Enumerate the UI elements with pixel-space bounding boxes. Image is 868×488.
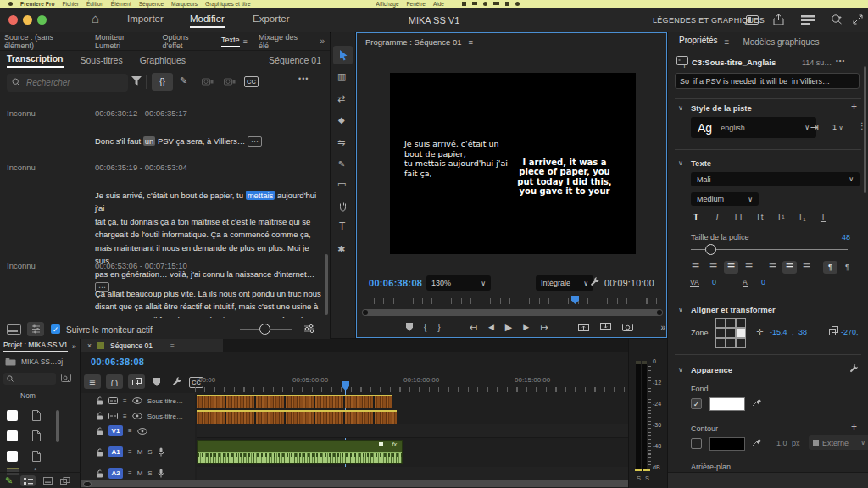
hand-tool[interactable] [338,202,348,212]
ripple-edit-tool[interactable]: ⇄ [337,93,345,104]
track-select-tool[interactable]: ▥ [337,71,346,82]
pause-indicators-button[interactable]: {} [152,73,173,91]
zoom-level-select[interactable]: 130%∨ [426,275,491,291]
caption-text-field[interactable] [675,73,860,89]
selection-tool[interactable] [333,46,353,64]
stroke-color-swatch[interactable] [709,437,745,451]
text-direction-icon[interactable]: ¶ [823,261,837,274]
track-number-select[interactable]: 1 ∨ [832,123,843,131]
segment-text[interactable]: Donc s'il faut un PSV ça sera, à Villier… [95,121,322,148]
collapse-transform-icon[interactable]: ∨ [678,306,683,313]
item-thumbnail[interactable] [7,410,18,421]
transcript-more-icon[interactable]: ••• [298,75,309,83]
collapse-text-icon[interactable]: ∨ [678,159,683,167]
track-target-a2[interactable]: A2 [108,468,123,479]
freeform-view-icon[interactable] [60,477,70,485]
menu-sequence[interactable]: Séquence [139,1,164,7]
more-buttons-icon[interactable]: » [660,323,665,332]
project-search-input[interactable] [16,374,53,384]
faux-bold-icon[interactable]: T [688,213,704,222]
zone-grid[interactable] [715,318,744,347]
pen-tool[interactable]: ✎ [338,159,345,169]
playback-quality-select[interactable]: Intégrale∨ [536,275,593,291]
stroke-width-value[interactable]: 1,0 [776,439,787,447]
toolbox-more-tool[interactable]: ✱ [337,244,345,255]
column-header-nom[interactable]: Nom [20,391,36,400]
slip-tool[interactable]: ⇋ [337,137,345,148]
collapse-appearance-icon[interactable]: ∨ [678,366,683,374]
quick-export-icon[interactable] [773,14,784,25]
stroke-eyedropper-icon[interactable] [752,436,762,446]
subtab-graphiques[interactable]: Graphiques [140,55,186,65]
program-title[interactable]: Programme : Séquence 01 [365,37,462,47]
menu-element[interactable]: Élément [111,1,131,7]
transform-section-label[interactable]: Aligner et transformer [691,305,776,314]
underline-icon[interactable]: T [815,213,831,222]
track-menu-icon[interactable]: ≡ [123,413,127,420]
all-caps-icon[interactable]: TT [731,213,746,222]
caption-track-1-name[interactable]: Sous-titre… [147,397,183,405]
menu-fichier[interactable]: Fichier [62,1,79,7]
caption-track-2-name[interactable]: Sous-titre… [147,413,183,420]
go-to-out-icon[interactable]: ↦ [540,322,548,333]
rotation-value[interactable]: -270, [841,328,859,336]
linked-selection-icon[interactable] [128,374,145,389]
fill-eyedropper-icon[interactable] [752,396,762,407]
appearance-settings-wrench-icon[interactable] [849,364,859,374]
font-weight-select[interactable]: Medium∨ [691,192,759,206]
track-menu-icon[interactable]: ≡ [128,469,132,477]
fullscreen-icon[interactable] [853,14,863,25]
vertical-top-icon[interactable]: ≡ [766,259,779,274]
timeline-timecode[interactable]: 00:06:38:08 [91,357,144,367]
track-menu-icon[interactable]: ≡ [128,427,132,435]
icon-view-icon[interactable] [43,477,53,485]
search-input[interactable] [25,77,113,88]
go-to-in-icon[interactable]: ↤ [470,322,477,333]
type-tool[interactable]: T [339,220,345,232]
mark-in-icon[interactable]: { [424,323,426,332]
project-search-box[interactable] [3,373,56,385]
caption-track-icon[interactable] [7,324,21,335]
step-back-icon[interactable]: ◀ [488,323,494,331]
video-track-v1-content[interactable] [197,424,628,438]
solo-button[interactable]: S [147,448,152,456]
workspace-panel-icon[interactable] [746,15,759,25]
solo-right-label[interactable]: S [645,474,649,482]
track-target-v1[interactable]: V1 [108,425,123,436]
program-scrollbar[interactable] [362,309,663,316]
project-breadcrumb[interactable]: MIKA SS…oj [5,358,63,366]
fill-color-swatch[interactable] [709,397,745,411]
tab-overflow-icon[interactable]: » [320,36,330,46]
small-caps-icon[interactable]: Tt [752,213,767,222]
text-direction-alt-icon[interactable]: ¶ [841,263,854,271]
align-right-icon[interactable]: ≡ [724,261,738,274]
sort-options-icon[interactable] [27,322,44,336]
tab-source[interactable]: Source : (sans élément) [4,33,84,50]
mute-button[interactable]: M [137,448,143,456]
push-style-to-track-icon[interactable]: ⇥ [810,121,819,133]
font-size-value[interactable]: 48 [842,233,850,241]
tab-modeles-graphiques[interactable]: Modèles graphiques [743,37,819,47]
list-view-icon[interactable] [20,475,36,486]
add-marker-icon[interactable] [406,323,413,331]
follow-monitor-checkbox[interactable]: ✓ [51,324,60,334]
menu-fenetre[interactable]: Fenêtre [407,1,426,7]
tab-audio-mixer[interactable]: Mixage des élé [259,33,309,50]
text-size-slider-knob[interactable] [259,324,270,335]
sequence-settings-icon[interactable]: ≣ [84,374,101,389]
menu-aide[interactable]: Aide [433,1,444,7]
segment-text[interactable]: Ça allait beaucoup plus vite. Là ils nou… [95,274,322,318]
lift-icon[interactable] [578,323,589,331]
timeline-ruler[interactable]: :00:00 00:05:00:00 00:10:00:00 00:15:00:… [195,374,628,393]
menu-edition[interactable]: Édition [86,1,103,7]
play-button-icon[interactable]: ▶ [505,322,512,333]
subscript-icon[interactable]: T₁ [794,213,810,222]
collapse-track-style-icon[interactable]: ∨ [678,104,683,112]
tab-lumetri[interactable]: Moniteur Lumetri [95,33,151,50]
fill-checkbox[interactable]: ✓ [691,398,702,409]
track-style-select[interactable]: Ag english ∨ [691,117,816,138]
transcript-search-box[interactable] [7,74,128,92]
timeline-tab[interactable]: × Séquence 01 ≡ [81,339,223,352]
display-settings-icon[interactable] [303,324,315,334]
clip-more-icon[interactable]: ••• [836,57,845,64]
